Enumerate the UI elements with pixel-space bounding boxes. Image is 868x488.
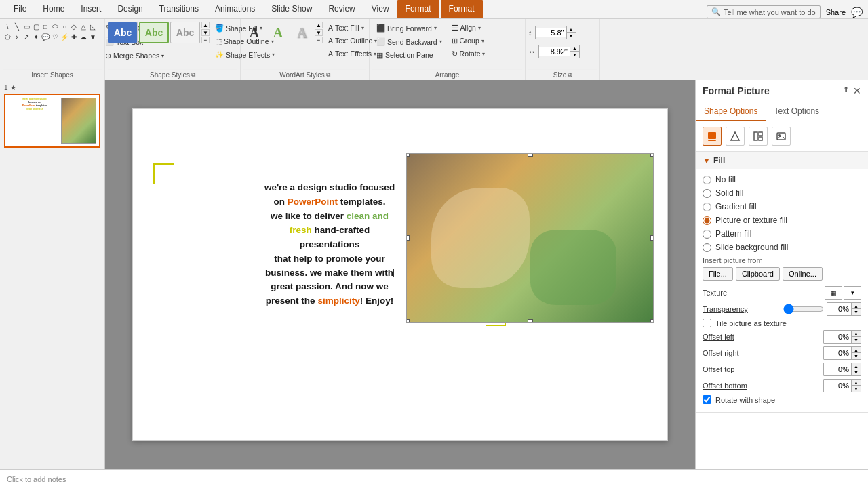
shape-cross[interactable]: ✚ bbox=[69, 32, 79, 41]
slide-image-box[interactable]: ↻ bbox=[406, 153, 654, 323]
image-panel-icon[interactable] bbox=[772, 127, 791, 146]
offset-right-up[interactable]: ▲ bbox=[851, 347, 861, 353]
wordart-scroll-expand[interactable]: ≡ bbox=[315, 37, 323, 43]
tab-insert[interactable]: Insert bbox=[73, 0, 109, 18]
shape-chevron[interactable]: › bbox=[12, 32, 22, 41]
offset-left-down[interactable]: ▼ bbox=[851, 337, 861, 343]
tab-animations[interactable]: Animations bbox=[207, 0, 263, 18]
tab-format1[interactable]: Format bbox=[397, 0, 439, 18]
size-expand[interactable]: ⧉ bbox=[568, 71, 572, 79]
picture-fill-option[interactable]: Picture or texture fill bbox=[703, 216, 861, 225]
offset-bottom-up[interactable]: ▲ bbox=[851, 380, 861, 386]
share-button[interactable]: Share bbox=[826, 8, 846, 16]
width-input[interactable]: 8.92" bbox=[539, 47, 570, 56]
shape-arrow[interactable]: ╲ bbox=[12, 22, 22, 31]
tab-design[interactable]: Design bbox=[109, 0, 151, 18]
comments-icon[interactable]: 💬 bbox=[851, 7, 863, 18]
transparency-input[interactable] bbox=[827, 304, 851, 314]
texture-dropdown[interactable]: ▾ bbox=[844, 286, 861, 300]
style-scroll-up[interactable]: ▲ bbox=[201, 22, 210, 28]
shape-styles-expand[interactable]: ⧉ bbox=[191, 71, 195, 79]
shape-rt-triangle[interactable]: ◺ bbox=[88, 22, 98, 31]
transparency-up[interactable]: ▲ bbox=[851, 303, 861, 309]
shape-callout[interactable]: 💬 bbox=[41, 32, 50, 41]
shape-more[interactable]: ▼ bbox=[88, 32, 98, 41]
tab-file[interactable]: File bbox=[5, 0, 35, 18]
width-spin-up[interactable]: ▲ bbox=[570, 45, 579, 52]
notes-area[interactable]: Click to add notes bbox=[0, 469, 868, 488]
tab-format2[interactable]: Format bbox=[441, 0, 483, 18]
style-scroll-expand[interactable]: ≡ bbox=[201, 37, 210, 43]
rotate-checkbox[interactable] bbox=[703, 395, 711, 404]
tab-view[interactable]: View bbox=[363, 0, 397, 18]
offset-bottom-down[interactable]: ▼ bbox=[851, 386, 861, 392]
handle-top-right[interactable] bbox=[650, 153, 654, 157]
shape-oval[interactable]: ○ bbox=[60, 22, 69, 31]
wordart-scroll-up[interactable]: ▲ bbox=[315, 22, 323, 28]
shape-lightning[interactable]: ⚡ bbox=[60, 32, 69, 41]
gradient-fill-radio[interactable] bbox=[703, 203, 711, 211]
tile-checkbox[interactable] bbox=[703, 319, 711, 327]
height-spin-down[interactable]: ▼ bbox=[566, 33, 576, 39]
pattern-fill-option[interactable]: Pattern fill bbox=[703, 229, 861, 239]
shape-square[interactable]: □ bbox=[41, 22, 50, 31]
tab-shape-options[interactable]: Shape Options bbox=[696, 102, 766, 121]
offset-left-input[interactable]: 0% bbox=[824, 332, 851, 342]
tab-slideshow[interactable]: Slide Show bbox=[263, 0, 320, 18]
offset-top-down[interactable]: ▼ bbox=[851, 369, 861, 375]
shape-star5[interactable]: ✦ bbox=[31, 32, 41, 41]
handle-middle-right[interactable] bbox=[650, 235, 654, 241]
panel-collapse-button[interactable]: ⬆ bbox=[843, 85, 849, 96]
gradient-fill-option[interactable]: Gradient fill bbox=[703, 202, 861, 211]
group-button[interactable]: ⊞ Group ▾ bbox=[448, 35, 490, 47]
slide-thumbnail-1[interactable]: we're a design studiofocused onPowerPoin… bbox=[4, 94, 100, 148]
height-spin-up[interactable]: ▲ bbox=[566, 26, 576, 33]
handle-middle-left[interactable] bbox=[406, 235, 410, 241]
solid-fill-radio[interactable] bbox=[703, 189, 711, 198]
fill-section-header[interactable]: ▼ Fill bbox=[696, 152, 868, 169]
slide-canvas[interactable]: we're a design studio focused on PowerPo… bbox=[132, 108, 668, 441]
handle-top-middle[interactable] bbox=[528, 153, 533, 157]
transparency-slider[interactable] bbox=[783, 304, 824, 314]
search-box[interactable]: 🔍 Tell me what you want to do bbox=[707, 5, 821, 18]
tile-checkbox-row[interactable]: Tile picture as texture bbox=[703, 319, 861, 327]
pattern-fill-radio[interactable] bbox=[703, 230, 711, 239]
tab-home[interactable]: Home bbox=[35, 0, 73, 18]
slide-bg-radio[interactable] bbox=[703, 243, 711, 252]
offset-right-down[interactable]: ▼ bbox=[851, 353, 861, 359]
transparency-down[interactable]: ▼ bbox=[851, 309, 861, 315]
wordart-sample-2[interactable]: A bbox=[267, 22, 289, 43]
style-sample-1[interactable]: Abc bbox=[108, 22, 138, 43]
shape-curved-arrow[interactable]: ↗ bbox=[22, 32, 31, 41]
slide-bg-fill-option[interactable]: Slide background fill bbox=[703, 243, 861, 252]
texture-picker[interactable]: ▦ bbox=[825, 286, 842, 300]
offset-top-input[interactable]: 0% bbox=[824, 365, 851, 374]
online-button[interactable]: Online... bbox=[783, 267, 823, 281]
layout-panel-icon[interactable] bbox=[749, 127, 768, 146]
style-sample-2[interactable]: Abc bbox=[139, 22, 169, 43]
panel-close-button[interactable]: ✕ bbox=[853, 85, 861, 96]
solid-fill-option[interactable]: Solid fill bbox=[703, 188, 861, 198]
tab-review[interactable]: Review bbox=[320, 0, 363, 18]
shape-triangle[interactable]: △ bbox=[79, 22, 88, 31]
shape-cloud[interactable]: ☁ bbox=[79, 32, 88, 41]
clipboard-button[interactable]: Clipboard bbox=[736, 267, 780, 281]
offset-left-up[interactable]: ▲ bbox=[851, 331, 861, 337]
tab-text-options[interactable]: Text Options bbox=[766, 102, 827, 121]
handle-bottom-middle[interactable] bbox=[528, 319, 533, 323]
rotate-checkbox-row[interactable]: Rotate with shape bbox=[703, 395, 861, 404]
shape-pentagon[interactable]: ⬠ bbox=[3, 32, 12, 41]
selection-pane-button[interactable]: ▦ Selection Pane bbox=[372, 49, 446, 61]
height-input[interactable]: 5.8" bbox=[536, 28, 566, 37]
shape-line[interactable]: \ bbox=[3, 22, 12, 31]
tab-transitions[interactable]: Transitions bbox=[151, 0, 207, 18]
handle-bottom-left[interactable] bbox=[406, 319, 410, 323]
wordart-sample-3[interactable]: A bbox=[291, 22, 313, 43]
wordart-scroll-down[interactable]: ▼ bbox=[315, 29, 323, 36]
offset-bottom-input[interactable]: 0% bbox=[824, 381, 851, 390]
wordart-sample-1[interactable]: A bbox=[243, 22, 265, 43]
bring-forward-button[interactable]: ⬛ Bring Forward ▾ bbox=[372, 22, 446, 35]
send-backward-button[interactable]: ⬜ Send Backward ▾ bbox=[372, 35, 446, 48]
shape-rounded-rect[interactable]: ▢ bbox=[31, 22, 41, 31]
shape-cylinder[interactable]: ⬭ bbox=[50, 22, 60, 31]
